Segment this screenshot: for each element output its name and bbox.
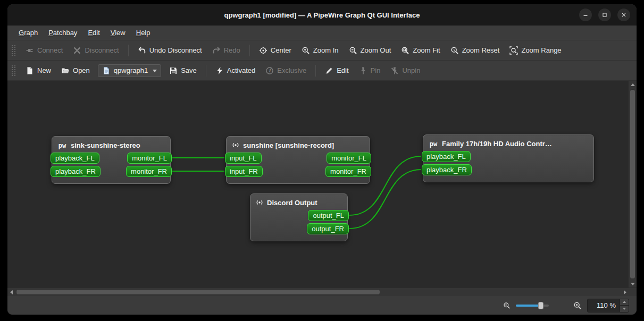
zoom-reset-button[interactable]: Zoom Reset: [446, 44, 504, 57]
open-button[interactable]: Open: [57, 64, 94, 78]
port-output_FL[interactable]: output_FL: [308, 210, 349, 221]
zoom-in-button[interactable]: Zoom In: [297, 44, 343, 57]
toolbar-handle[interactable]: [12, 45, 15, 56]
save-button[interactable]: Save: [165, 64, 201, 78]
center-label: Center: [271, 46, 291, 54]
save-label: Save: [181, 66, 197, 74]
exclusive-button[interactable]: fExclusive: [261, 64, 311, 78]
port-output_FR[interactable]: output_FR: [307, 223, 349, 234]
edit-label: Edit: [337, 66, 348, 74]
undo-disconnect-button[interactable]: Undo Disconnect: [133, 44, 206, 57]
node-family-hd-audio[interactable]: pwFamily 17h/19h HD Audio Contr…playback…: [423, 134, 594, 182]
connect-button[interactable]: Connect: [21, 44, 67, 57]
node-title: Family 17h/19h HD Audio Contr…: [442, 140, 552, 148]
node-title: sunshine [sunshine-record]: [243, 141, 334, 149]
zoom-out-button[interactable]: Zoom Out: [345, 44, 396, 57]
zoom-value[interactable]: 110 %: [588, 299, 620, 312]
activated-button[interactable]: Activated: [211, 64, 260, 78]
port-row: playback_FL: [422, 150, 595, 162]
toolbar-handle[interactable]: [12, 65, 15, 76]
vertical-scroll-thumb[interactable]: [630, 89, 635, 279]
horizontal-scrollbar[interactable]: [7, 288, 629, 296]
horizontal-scroll-thumb[interactable]: [16, 289, 380, 295]
zoom-slider-handle[interactable]: [538, 302, 543, 309]
zoom-spin-up-button[interactable]: [620, 299, 629, 306]
disconnect-button[interactable]: Disconnect: [69, 44, 123, 57]
vertical-scrollbar[interactable]: [628, 81, 637, 288]
scroll-up-button[interactable]: [629, 81, 637, 88]
pin-button[interactable]: Pin: [355, 64, 385, 78]
maximize-button[interactable]: [598, 9, 611, 21]
node-sink-sunshine-stereo[interactable]: pwsink-sunshine-stereoplayback_FLmonitor…: [52, 136, 171, 184]
port-playback_FR[interactable]: playback_FR: [422, 164, 472, 175]
port-monitor_FL[interactable]: monitor_FL: [327, 153, 371, 164]
menu-help[interactable]: Help: [131, 27, 155, 38]
port-monitor_FR[interactable]: monitor_FR: [126, 166, 172, 177]
port-playback_FR[interactable]: playback_FR: [51, 166, 101, 177]
node-discord-output[interactable]: Discord Outputoutput_FLoutput_FR: [250, 193, 348, 241]
port-input_FR[interactable]: input_FR: [225, 166, 263, 177]
menu-graph[interactable]: Graph: [14, 27, 43, 38]
window-title: qpwgraph1 [modified] — A PipeWire Graph …: [224, 11, 420, 19]
statusbar: 110 %: [7, 296, 637, 315]
zoom-fit-button[interactable]: Zoom Fit: [397, 44, 444, 57]
horizontal-scroll-track[interactable]: [15, 289, 621, 295]
node-header: pwFamily 17h/19h HD Audio Contr…: [423, 135, 593, 150]
titlebar[interactable]: qpwgraph1 [modified] — A PipeWire Graph …: [7, 4, 637, 26]
port-monitor_FR[interactable]: monitor_FR: [325, 166, 371, 177]
close-button[interactable]: [617, 9, 630, 21]
patchbay-combo[interactable]: qpwgraph1: [98, 64, 161, 77]
zoom-slider-fill: [516, 305, 541, 307]
port-row: playback_FLmonitor_FL: [51, 152, 172, 164]
node-title: Discord Output: [267, 199, 317, 207]
unpin-button[interactable]: Unpin: [386, 64, 424, 78]
port-row: playback_FRmonitor_FR: [51, 165, 172, 177]
menu-patchbay[interactable]: Patchbay: [44, 27, 82, 38]
scroll-right-button[interactable]: [621, 288, 629, 296]
zoom-reset-icon: [450, 46, 459, 55]
redo-label: Redo: [224, 46, 240, 54]
stream-icon: [255, 198, 264, 207]
zoom-spin-buttons: [620, 299, 629, 312]
close-icon: [620, 11, 628, 19]
svg-text:pw: pw: [58, 142, 66, 149]
menu-edit[interactable]: Edit: [83, 27, 104, 38]
redo-icon: [212, 46, 221, 55]
zoom-spin-down-button[interactable]: [620, 305, 629, 312]
window-controls: [579, 4, 630, 26]
port-playback_FL[interactable]: playback_FL: [422, 151, 471, 162]
new-button[interactable]: New: [21, 64, 55, 78]
chevron-down-icon: [153, 70, 157, 74]
zoom-slider[interactable]: [516, 301, 549, 310]
minimize-button[interactable]: [579, 9, 592, 21]
center-button[interactable]: Center: [255, 44, 296, 57]
port-playback_FL[interactable]: playback_FL: [51, 153, 99, 164]
zoom-slider-track[interactable]: [516, 305, 549, 307]
toolbar-separator: [128, 45, 129, 56]
pipewire-icon: pw: [57, 141, 68, 149]
zoom-spinbox[interactable]: 110 %: [587, 299, 629, 312]
zoom-in-icon: [302, 46, 310, 55]
graph-canvas[interactable]: pwsink-sunshine-stereoplayback_FLmonitor…: [7, 81, 628, 288]
scroll-down-button[interactable]: [629, 280, 637, 288]
unpin-label: Unpin: [402, 66, 420, 74]
file-icon: [102, 66, 111, 75]
zoom-range-label: Zoom Range: [521, 46, 561, 54]
port-row: playback_FR: [422, 164, 595, 175]
menu-view[interactable]: View: [106, 27, 130, 38]
edit-button[interactable]: Edit: [321, 64, 353, 78]
toolbar-separator: [249, 45, 250, 56]
zoom-out-icon: [503, 302, 511, 309]
port-input_FL[interactable]: input_FL: [225, 153, 262, 164]
zoom-in-label: Zoom In: [313, 46, 339, 54]
redo-button[interactable]: Redo: [208, 44, 245, 57]
port-monitor_FL[interactable]: monitor_FL: [127, 153, 172, 164]
node-sunshine[interactable]: sunshine [sunshine-record]input_FLmonito…: [226, 136, 370, 184]
exclusive-icon: f: [265, 66, 274, 75]
scroll-left-button[interactable]: [7, 288, 15, 296]
zoom-range-button[interactable]: Zoom Range: [505, 44, 565, 57]
undo-disconnect-label: Undo Disconnect: [149, 46, 202, 54]
toolbar-patchbay: NewOpenqpwgraph1SaveActivatedfExclusiveE…: [7, 61, 637, 81]
vertical-scroll-track[interactable]: [630, 89, 635, 280]
svg-text:pw: pw: [430, 140, 438, 148]
